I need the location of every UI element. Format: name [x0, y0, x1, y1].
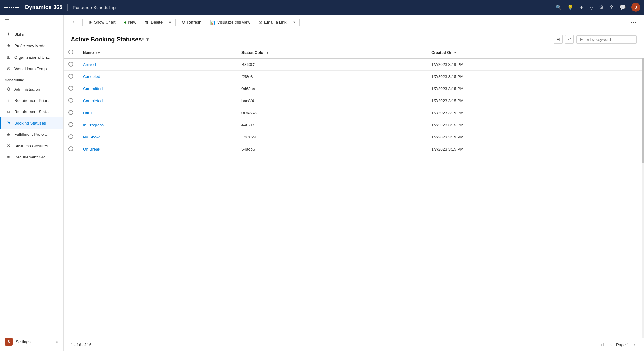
name-sort-icon[interactable]: ↑ ▾	[96, 51, 100, 54]
help-icon[interactable]: ？	[609, 4, 614, 11]
search-icon[interactable]: 🔍	[555, 4, 562, 11]
sidebar-item-administration[interactable]: ⚙ Administration	[0, 83, 63, 95]
row-name[interactable]: Completed	[78, 95, 237, 107]
sidebar-item-label: Requirement Prior...	[14, 98, 51, 103]
row-checkbox[interactable]	[64, 131, 78, 143]
table-row: Hard 0D62AA 1/7/2023 3:19 PM	[64, 107, 644, 119]
settings-avatar: S	[5, 338, 13, 346]
settings-icon[interactable]: ⚙	[599, 4, 603, 11]
row-status-color: B860C1	[237, 59, 426, 71]
sidebar-item-requirement-statuses[interactable]: ☺ Requirement Stat...	[0, 106, 63, 117]
sidebar-item-organizational-units[interactable]: ⊞ Organizational Un...	[0, 51, 63, 63]
prev-page-button[interactable]: ‹	[609, 341, 614, 348]
show-chart-label: Show Chart	[94, 20, 116, 24]
sidebar-item-label: Fulfillment Prefer...	[14, 132, 48, 137]
next-page-button[interactable]: ›	[632, 341, 637, 348]
checkbox-circle	[68, 50, 73, 54]
chat-icon[interactable]: 💬	[619, 4, 626, 11]
lightbulb-icon[interactable]: 💡	[567, 4, 573, 11]
hamburger-menu[interactable]: ☰	[0, 15, 63, 28]
create-icon[interactable]: ＋	[579, 4, 584, 11]
sidebar-item-label: Skills	[14, 32, 24, 37]
row-name[interactable]: In Progress	[78, 119, 237, 131]
sidebar-item-requirement-groups[interactable]: ≡ Requirement Gro...	[0, 151, 63, 163]
row-name[interactable]: On Break	[78, 143, 237, 155]
table-view-button[interactable]: ⊞	[554, 35, 563, 44]
created-on-filter-icon[interactable]: ▾	[454, 51, 456, 54]
sidebar-item-label: Business Closures	[14, 144, 48, 148]
sidebar-item-business-closures[interactable]: ✕ Business Closures	[0, 140, 63, 151]
workhours-icon: ⊙	[6, 66, 11, 71]
sidebar-item-fulfillment[interactable]: ☻ Fulfillment Prefer...	[0, 129, 63, 140]
row-checkbox[interactable]	[64, 95, 78, 107]
row-created-on: 1/7/2023 3:15 PM	[426, 95, 644, 107]
sidebar-item-label: Requirement Stat...	[14, 109, 49, 114]
more-options-button[interactable]: ⋯	[628, 17, 639, 28]
row-name[interactable]: Hard	[78, 107, 237, 119]
delete-dropdown-button[interactable]: ▾	[167, 18, 173, 26]
scrollbar-track[interactable]	[642, 47, 644, 338]
visualize-label: Visualize this view	[217, 20, 250, 24]
sidebar-item-proficiency-models[interactable]: ★ Proficiency Models	[0, 40, 63, 51]
first-page-button[interactable]: ⏮	[598, 341, 606, 348]
row-checkbox[interactable]	[64, 83, 78, 95]
status-color-column-header[interactable]: Status Color ▾	[237, 47, 426, 59]
row-checkbox[interactable]	[64, 71, 78, 83]
view-header: Active Booking Statuses* ▾ ⊞ ▽	[64, 30, 644, 47]
email-dropdown-button[interactable]: ▾	[291, 18, 297, 26]
sidebar-item-work-hours[interactable]: ⊙ Work Hours Temp...	[0, 63, 63, 74]
administration-icon: ⚙	[6, 86, 11, 92]
new-label: New	[128, 20, 136, 24]
view-actions: ⊞ ▽	[554, 35, 637, 44]
scrollbar-thumb[interactable]	[642, 47, 644, 163]
sidebar-item-label: Work Hours Temp...	[14, 67, 50, 71]
delete-button[interactable]: 🗑 Delete	[141, 18, 166, 27]
app-grid-icon[interactable]	[4, 7, 19, 8]
email-link-button[interactable]: ✉ Email a Link	[255, 18, 290, 27]
show-chart-button[interactable]: ⊞ Show Chart	[85, 18, 119, 27]
refresh-label: Refresh	[187, 20, 201, 24]
new-button[interactable]: + New	[120, 18, 140, 27]
row-name[interactable]: Arrived	[78, 59, 237, 71]
top-navigation: Dynamics 365 Resource Scheduling 🔍 💡 ＋ ▽…	[0, 0, 644, 15]
created-on-col-label: Created On	[431, 50, 452, 55]
row-checkbox[interactable]	[64, 107, 78, 119]
status-color-filter-icon[interactable]: ▾	[267, 51, 268, 54]
checkbox-circle	[68, 134, 73, 139]
row-created-on: 1/7/2023 3:19 PM	[426, 131, 644, 143]
sidebar-item-booking-statuses[interactable]: ⚑ Booking Statuses	[0, 117, 63, 129]
proficiency-icon: ★	[6, 43, 11, 48]
delete-label: Delete	[151, 20, 163, 24]
table-container: Name ↑ ▾ Status Color ▾ Created On ▾	[64, 47, 644, 338]
view-title-chevron[interactable]: ▾	[146, 37, 149, 42]
filter-view-button[interactable]: ▽	[565, 35, 574, 44]
sidebar-item-requirement-priorities[interactable]: ↕ Requirement Prior...	[0, 95, 63, 106]
name-column-header[interactable]: Name ↑ ▾	[78, 47, 237, 59]
row-name[interactable]: Canceled	[78, 71, 237, 83]
row-name[interactable]: Committed	[78, 83, 237, 95]
back-button[interactable]: ←	[68, 17, 80, 27]
row-status-color: 54acb6	[237, 143, 426, 155]
sidebar-item-label: Requirement Gro...	[14, 155, 49, 159]
filter-icon[interactable]: ▽	[590, 4, 593, 11]
select-all-checkbox[interactable]	[64, 47, 78, 59]
user-avatar[interactable]: U	[631, 3, 640, 12]
sidebar: ☰ ✦ Skills ★ Proficiency Models ⊞ Organi…	[0, 15, 64, 351]
show-chart-icon: ⊞	[89, 20, 93, 25]
visualize-icon: 📊	[210, 20, 216, 25]
filter-input[interactable]	[576, 35, 637, 44]
visualize-button[interactable]: 📊 Visualize this view	[206, 18, 254, 27]
sidebar-settings[interactable]: S Settings ◇	[0, 335, 63, 349]
row-checkbox[interactable]	[64, 143, 78, 155]
refresh-button[interactable]: ↻ Refresh	[178, 18, 205, 27]
table-row: Arrived B860C1 1/7/2023 3:19 PM	[64, 59, 644, 71]
view-title: Active Booking Statuses* ▾	[71, 36, 149, 43]
settings-label: Settings	[16, 340, 31, 344]
row-name[interactable]: No Show	[78, 131, 237, 143]
row-checkbox[interactable]	[64, 59, 78, 71]
row-checkbox[interactable]	[64, 119, 78, 131]
created-on-column-header[interactable]: Created On ▾	[426, 47, 644, 59]
table-row: Completed bad8f4 1/7/2023 3:15 PM	[64, 95, 644, 107]
checkbox-circle	[68, 98, 73, 103]
sidebar-item-skills[interactable]: ✦ Skills	[0, 28, 63, 40]
